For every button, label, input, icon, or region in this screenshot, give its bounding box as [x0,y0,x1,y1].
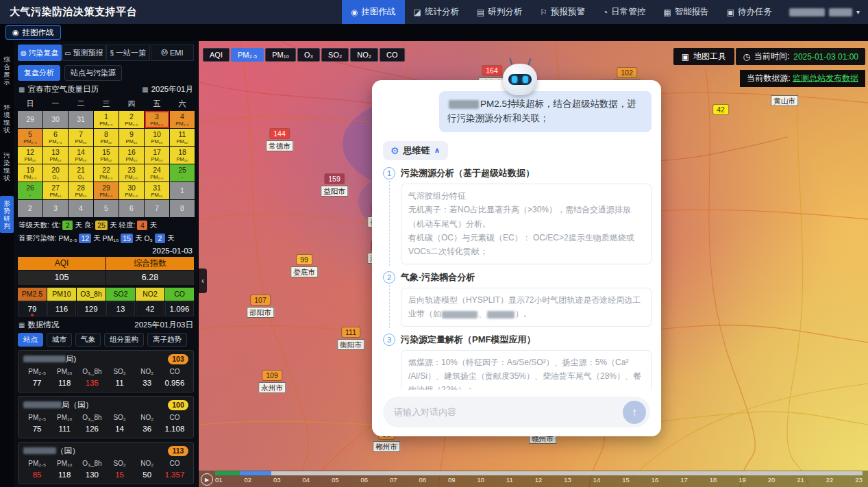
calendar-day-cell[interactable]: 23PM₂.₅ [119,164,144,182]
panel-tab-EMI[interactable]: ⓂEMI [151,45,195,61]
timeline-hour-22[interactable]: 22 [826,476,834,484]
timeline-hour-14[interactable]: 14 [593,476,601,484]
calendar-day-cell[interactable]: 2PM₂.₅ [119,111,144,128]
calendar-day-cell[interactable]: 2 [18,200,42,217]
calendar-day-cell[interactable]: 22PM₂.₅ [94,164,119,182]
timeline-hour-08[interactable]: 08 [419,476,427,484]
calendar-day-cell[interactable]: 25- [170,164,195,182]
calendar-day-cell[interactable]: 3PM₂.₅ [145,111,169,128]
timeline-hour-12[interactable]: 12 [535,476,543,484]
timeline-hour-11[interactable]: 11 [506,476,513,484]
city-marker-娄底市[interactable]: 99娄底市 [290,253,318,277]
calendar-day-cell[interactable]: 3 [43,200,68,217]
calendar-month[interactable]: 2025年01月 [151,85,193,93]
panel-tab-污染复盘[interactable]: ◍污染复盘 [18,45,62,61]
calendar-day-cell[interactable]: 15PM₁₀ [94,147,119,164]
timeline-hour-10[interactable]: 10 [478,476,485,484]
timeline-hour-23[interactable]: 23 [855,476,863,484]
timeline-hour-03[interactable]: 03 [273,476,281,484]
map-pollutant-tab-NO₂[interactable]: NO₂ [350,48,378,62]
tab-guatu-zuozhan[interactable]: ◉ 挂图作战 [5,25,61,40]
timeline-hour-21[interactable]: 21 [797,476,804,484]
calendar-day-cell[interactable]: 6 [119,200,144,217]
calendar-day-cell[interactable]: 8 [170,200,195,217]
nav-item-待办任务[interactable]: ▣待办任务 [718,0,781,24]
calendar-day-cell[interactable]: 26- [18,182,42,199]
side-tab-环境现状[interactable]: 环境现状 [0,100,14,137]
send-button[interactable]: ↑ [623,401,646,424]
timeline-progress[interactable] [215,471,863,475]
city-marker-益阳市[interactable]: 159益阳市 [321,172,348,197]
calendar-day-cell[interactable]: 13PM₁₀ [43,147,68,164]
data-tab-离子趋势[interactable]: 离子趋势 [147,333,187,347]
chat-input[interactable] [394,407,623,417]
data-tab-城市[interactable]: 城市 [47,333,72,347]
timeline-hour-01[interactable]: 01 [215,476,223,484]
city-marker[interactable]: 42 [713,103,728,115]
panel-collapse-handle[interactable]: ‹ [199,269,207,293]
nav-item-智能报告[interactable]: ▦智能报告 [654,0,717,24]
calendar-day-cell[interactable]: 19PM₂.₅ [18,164,42,182]
calendar-day-cell[interactable]: 28PM₁₀ [69,182,93,199]
timeline-hour-16[interactable]: 16 [652,476,659,484]
panel-tab-一站一策[interactable]: §一站一策 [106,45,150,61]
map-pollutant-tab-PM₁₀[interactable]: PM₁₀ [265,48,296,62]
calendar-day-cell[interactable]: 8PM₁₀ [94,129,119,146]
data-source-value[interactable]: 监测总站发布数据 [793,73,858,83]
timeline-hour-04[interactable]: 04 [303,476,310,484]
city-marker-邵阳市[interactable]: 107邵阳市 [247,293,274,318]
calendar-day-cell[interactable]: 1 [170,182,195,199]
calendar-day-cell[interactable]: 5PM₂.₅ [18,129,42,146]
subtab-站点与污染源[interactable]: 站点与污染源 [64,65,122,81]
panel-tab-预测预报[interactable]: ▭预测预报 [62,45,106,61]
calendar-day-cell[interactable]: 20O₃ [43,164,68,182]
map-pollutant-tab-AQI[interactable]: AQI [203,48,230,62]
calendar-day-cell[interactable]: 24PM₂.₅ [145,164,169,182]
side-tab-污染现状[interactable]: 污染现状 [0,148,14,185]
timeline-hour-15[interactable]: 15 [622,476,630,484]
nav-item-预报预警[interactable]: ⚐预报预警 [531,0,594,24]
calendar-day-cell[interactable]: 7 [145,200,169,217]
city-marker-常德市[interactable]: 144常德市 [266,127,293,151]
calendar-day-cell[interactable]: 12PM₁₀ [18,147,42,164]
city-marker-永州市[interactable]: 109永州市 [258,369,286,393]
data-tab-气象[interactable]: 气象 [75,333,101,347]
timeline-hour-19[interactable]: 19 [739,476,746,484]
subtab-复盘分析[interactable]: 复盘分析 [18,65,60,81]
timeline-hour-17[interactable]: 17 [680,476,688,484]
calendar-day-cell[interactable]: 1PM₂.₅ [94,111,119,128]
nav-item-统计分析[interactable]: ◪统计分析 [405,0,468,24]
calendar-day-cell[interactable]: 4PM₂.₅ [170,111,195,128]
timeline-hour-07[interactable]: 07 [390,476,397,484]
calendar-day-cell[interactable]: 11PM₁₀ [170,129,195,146]
map-pollutant-tab-PM₂.₅[interactable]: PM₂.₅ [231,48,264,62]
calendar-day-cell[interactable]: 30 [43,111,68,128]
timeline-hour-02[interactable]: 02 [245,476,252,484]
map-pollutant-tab-CO[interactable]: CO [380,48,405,62]
calendar-day-cell[interactable]: 4 [69,200,93,217]
play-button[interactable]: ▶ [201,473,213,486]
calendar-day-cell[interactable]: 27PM₁₀ [43,182,68,199]
calendar-day-cell[interactable]: 29PM₂.₅ [94,182,119,199]
city-marker-衡阳市[interactable]: 111衡阳市 [337,325,364,350]
user-account-area[interactable]: ▾ [781,8,868,16]
timeline-hour-13[interactable]: 13 [564,476,571,484]
timeline-hour-09[interactable]: 09 [448,476,456,484]
calendar-day-cell[interactable]: 31PM₁₀ [145,182,169,199]
calendar-day-cell[interactable]: 5 [94,200,119,217]
side-tab-形势研判[interactable]: 形势研判 [0,196,14,233]
calendar-day-cell[interactable]: 9PM₁₀ [119,129,144,146]
thinking-chain-toggle[interactable]: ⚙ 思维链 ∧ [383,141,448,160]
calendar-day-cell[interactable]: 18PM₁₀ [170,147,195,164]
timeline-hour-05[interactable]: 05 [332,476,339,484]
calendar-day-cell[interactable]: 6PM₂.₅ [43,129,68,146]
calendar-day-cell[interactable]: 16PM₁₀ [119,147,144,164]
data-tab-组分重构[interactable]: 组分重构 [104,333,144,347]
calendar-day-cell[interactable]: 17PM₁₀ [145,147,169,164]
map-tools-button[interactable]: ▣ 地图工具 [673,48,734,65]
nav-item-研判分析[interactable]: ▤研判分析 [468,0,531,24]
chevron-down-icon[interactable]: ▾ [856,8,860,16]
nav-item-挂图作战[interactable]: ◉挂图作战 [342,0,404,24]
calendar-day-cell[interactable]: 31 [69,111,93,128]
map-pollutant-tab-SO₂[interactable]: SO₂ [321,48,349,62]
